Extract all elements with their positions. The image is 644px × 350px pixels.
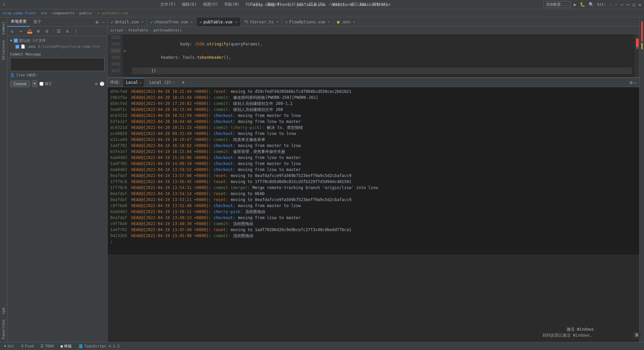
- history-icon[interactable]: 🕐: [100, 81, 105, 86]
- bottom-tab-terminal[interactable]: ▣ 终端: [58, 343, 74, 350]
- term-line-9: a31ca49 HEAD@{2022-04-19 18:19:47 +0800}…: [110, 137, 637, 143]
- term-line-20: c9f76a9 HEAD@{2022-04-19 13:52:48 +0800}…: [110, 203, 637, 209]
- close-tab-env[interactable]: ✕: [353, 20, 355, 24]
- left-side-tabs: Commit Structure npm Favorites: [0, 17, 7, 342]
- minimize-btn[interactable]: ─: [627, 2, 629, 7]
- refresh-icon[interactable]: ↻: [9, 28, 16, 35]
- author-name: lzsw: [16, 73, 25, 77]
- shelve-icon[interactable]: 📥: [26, 28, 33, 35]
- activate-windows-msg[interactable]: 转到设置以激活 Windows。: [542, 332, 594, 338]
- toolbar-sep1: [53, 29, 53, 34]
- breadcrumb-item-project[interactable]: uisp-camp-front: [3, 11, 36, 15]
- settings-icon2[interactable]: ⚙: [95, 81, 98, 86]
- menu-edit[interactable]: 编辑(E): [179, 1, 200, 8]
- search-icon[interactable]: 🔍: [589, 2, 594, 7]
- bottom-tab-git[interactable]: ♦ Git: [1, 343, 17, 350]
- close-tab-detail[interactable]: ✕: [141, 20, 143, 24]
- breadcrumb-item-components[interactable]: components: [52, 11, 74, 15]
- bottom-tab-find[interactable]: ⚲ Find: [18, 343, 37, 350]
- file-item-env[interactable]: ✓ 📄 .env E:\vsCodeProject\uisp-camp-fror: [7, 44, 107, 49]
- tab-choosetree-vue[interactable]: ✔ chooseTree.vue ✕: [147, 17, 196, 27]
- checkbox-all[interactable]: ✓: [14, 38, 18, 43]
- menu-view[interactable]: 视图(V): [200, 1, 221, 8]
- terminal-minimize-icon[interactable]: —: [634, 80, 637, 85]
- view-options-icon[interactable]: ☰: [55, 28, 62, 35]
- settings-icon[interactable]: ⚙: [94, 19, 100, 25]
- diff-icon[interactable]: ≡: [64, 28, 71, 35]
- expand-icon[interactable]: —: [101, 19, 106, 25]
- close-btn[interactable]: ✕: [639, 2, 641, 7]
- section-label: 默认的 1个文件: [19, 38, 46, 43]
- side-tab-npm[interactable]: npm: [1, 305, 6, 317]
- breadcrumb-viewtable[interactable]: ViewTable: [128, 28, 148, 32]
- close-local2-tab[interactable]: ✕: [172, 80, 174, 84]
- undo-icon[interactable]: ↩: [621, 2, 623, 7]
- bottom-tab-todo[interactable]: ☰ TODO: [38, 343, 57, 350]
- terminal-settings-icon[interactable]: ⚙: [630, 80, 632, 85]
- git-check1: ✓: [609, 2, 612, 7]
- breadcrumb-sep2: ›: [49, 11, 51, 15]
- collapse-all-icon[interactable]: ⊟: [43, 28, 51, 35]
- term-line-22: 8eafdaf HEAD@{2022-04-19 13:49:13 +0800}…: [110, 215, 637, 221]
- close-local-tab[interactable]: ✕: [139, 81, 141, 84]
- close-tab-tserver[interactable]: ✕: [276, 20, 278, 24]
- commit-dropdown-btn[interactable]: ▾: [32, 80, 37, 87]
- title-bar: S 文件(F) 编辑(E) 视图(V) 导航(N) 代码(O) 重构(R) 运行…: [0, 0, 644, 9]
- breadcrumb-item-src[interactable]: src: [41, 11, 47, 15]
- maximize-btn[interactable]: □: [633, 2, 635, 7]
- commit-panel-header: 本地变更 架子 ⚙ —: [7, 17, 107, 27]
- side-tab-structure[interactable]: Structure: [1, 37, 6, 63]
- right-scrollbar-area: [639, 17, 644, 342]
- term-line-cursor: :: [110, 239, 637, 245]
- close-tab-flowoptions[interactable]: ✕: [328, 20, 330, 24]
- undo-changes-icon[interactable]: ↩: [17, 28, 25, 35]
- close-tab-pubtable[interactable]: ✕: [235, 20, 237, 24]
- file-name-env: .env: [27, 44, 36, 49]
- file-icon-env: 📄: [21, 44, 25, 49]
- main-layout: Commit Structure npm Favorites 本地变更 架子 ⚙…: [0, 17, 644, 342]
- more-icon[interactable]: ⋮: [72, 28, 80, 35]
- tab-env[interactable]: ■ .env ✕: [334, 17, 359, 27]
- terminal-tab-local2[interactable]: Local (2) ✕: [147, 78, 177, 87]
- close-tab-choosetree[interactable]: ✕: [191, 20, 193, 24]
- run-icon[interactable]: ▶: [574, 2, 577, 7]
- terminal-controls: ⚙ —: [630, 80, 637, 85]
- term-line-15: 8eafdaf HEAD@{2022-04-19 13:57:08 +0800}…: [110, 173, 637, 179]
- file-checkbox-env[interactable]: ✓: [15, 45, 19, 49]
- tab-flowoptions-vue[interactable]: ✔ FlowOptions.vue ✕: [282, 17, 334, 27]
- menu-file[interactable]: 文件(F): [158, 1, 178, 8]
- breadcrumb-script[interactable]: script: [110, 28, 124, 32]
- terminal-content[interactable]: d59cfed HEAD@{2022-04-20 18:22:44 +0800}…: [108, 87, 639, 254]
- bottom-tab-typescript[interactable]: 📘 TypeScript 4.1.5: [75, 343, 122, 350]
- tab-local-changes[interactable]: 本地变更: [7, 17, 30, 27]
- terminal-tab-local[interactable]: Local ✕: [123, 78, 144, 87]
- file-path-env: E:\vsCodeProject\uisp-camp-fror: [38, 45, 101, 48]
- tab-shelf[interactable]: 架子: [30, 17, 45, 27]
- add-terminal-tab[interactable]: +: [180, 79, 186, 86]
- side-tab-commit[interactable]: Commit: [1, 19, 6, 37]
- commit-panel: 本地变更 架子 ⚙ — ↻ ↩ 📥 ⊞ ⊟ ☰ ≡ ⋮ ▼ ✓ 默认的 1个文件: [7, 17, 108, 342]
- breadcrumb-getviewdata[interactable]: getViewData(): [153, 28, 182, 32]
- term-line-19: 8eafdaf HEAD@{2022-04-19 13:53:21 +0800}…: [110, 197, 637, 203]
- side-tab-favorites[interactable]: Favorites: [1, 317, 6, 342]
- menu-nav[interactable]: 导航(N): [221, 1, 242, 8]
- amend-label[interactable]: 修正: [39, 81, 52, 86]
- expand-all-icon[interactable]: ⊞: [35, 28, 42, 35]
- section-default[interactable]: ▼ ✓ 默认的 1个文件: [7, 37, 107, 44]
- breadcrumb-item-public[interactable]: public: [79, 11, 93, 15]
- amend-checkbox[interactable]: [39, 82, 43, 86]
- term-line-1: d59cfed HEAD@{2022-04-20 18:22:44 +0800}…: [110, 89, 637, 95]
- add-config-btn[interactable]: 添加配置...: [543, 1, 571, 8]
- window-title: uisp-camp-front - pubTable.vue - WebStor…: [253, 2, 391, 7]
- commit-message-input[interactable]: [10, 58, 105, 71]
- code-editor[interactable]: body: JSON.stringify(queryParams), heade…: [129, 34, 635, 77]
- debug-icon[interactable]: 🐛: [580, 2, 585, 7]
- tab-label-env: .env: [341, 20, 350, 24]
- commit-button[interactable]: Commit: [10, 80, 30, 87]
- gutter: ▶: [123, 34, 129, 77]
- breadcrumb-item-file[interactable]: ✔ pubTable.vue: [98, 11, 129, 15]
- tab-pubtable-vue[interactable]: ✔ pubTable.vue ✕: [196, 17, 241, 27]
- editor-scrollbar[interactable]: [635, 34, 639, 77]
- tab-detail-vue[interactable]: ✔ detail.vue ✕: [108, 17, 147, 27]
- tab-tserver-ts[interactable]: TS tServer.ts ✕: [241, 17, 282, 27]
